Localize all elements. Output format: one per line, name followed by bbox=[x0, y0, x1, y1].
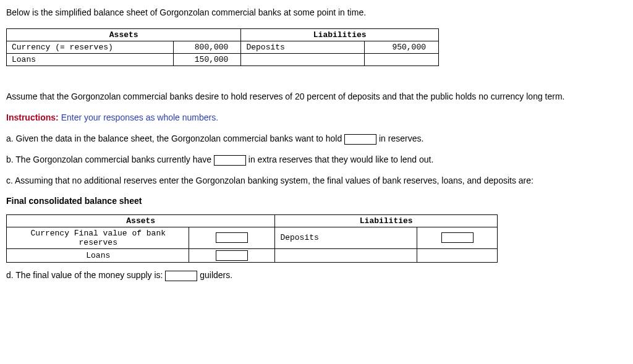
assumption-text: Assume that the Gorgonzolan commercial b… bbox=[6, 91, 627, 103]
balance-sheet-final: Assets Liabilities Currency Final value … bbox=[6, 214, 498, 263]
liability-label: Deposits bbox=[241, 41, 365, 54]
question-d-after: guilders. bbox=[197, 270, 232, 280]
intro-text: Below is the simplified balance sheet of… bbox=[6, 7, 627, 17]
final-reserves-input[interactable] bbox=[216, 232, 248, 243]
balance-sheet-initial: Assets Liabilities Currency (= reserves)… bbox=[6, 28, 439, 66]
asset-label: Currency Final value of bank reserves bbox=[7, 227, 189, 248]
liability-label-empty bbox=[275, 248, 417, 262]
question-b: b. The Gorgonzolan commercial banks curr… bbox=[6, 153, 627, 166]
question-d: d. The final value of the money supply i… bbox=[6, 269, 627, 281]
question-c: c. Assuming that no additional reserves … bbox=[6, 174, 627, 187]
liabilities-header: Liabilities bbox=[275, 214, 498, 227]
liability-value: 950,000 bbox=[365, 41, 439, 54]
asset-label: Currency (= reserves) bbox=[7, 41, 174, 54]
question-a-before: a. Given the data in the balance sheet, … bbox=[6, 133, 344, 143]
assets-header: Assets bbox=[7, 29, 241, 41]
table-row: Loans 150,000 bbox=[7, 54, 439, 66]
asset-input-cell bbox=[189, 227, 275, 248]
liability-input-cell bbox=[417, 227, 498, 248]
asset-value: 800,000 bbox=[173, 41, 241, 54]
liabilities-header: Liabilities bbox=[241, 29, 439, 41]
liability-label-empty bbox=[241, 54, 365, 66]
asset-input-cell bbox=[189, 248, 275, 262]
question-a: a. Given the data in the balance sheet, … bbox=[6, 132, 627, 145]
asset-value: 150,000 bbox=[173, 54, 241, 66]
money-supply-input[interactable] bbox=[165, 271, 197, 281]
asset-label: Loans bbox=[7, 248, 189, 262]
question-b-before: b. The Gorgonzolan commercial banks curr… bbox=[6, 154, 214, 164]
extra-reserves-input[interactable] bbox=[214, 155, 246, 166]
instructions-label: Instructions: bbox=[6, 112, 59, 122]
question-b-after: in extra reserves that they would like t… bbox=[246, 154, 434, 164]
question-d-before: d. The final value of the money supply i… bbox=[6, 270, 165, 280]
liability-input-empty bbox=[417, 248, 498, 262]
reserves-input[interactable] bbox=[344, 134, 376, 145]
question-a-after: in reserves. bbox=[376, 133, 423, 143]
assets-header: Assets bbox=[7, 214, 275, 227]
table-row: Currency Final value of bank reserves De… bbox=[7, 227, 498, 248]
instructions-text: Enter your responses as whole numbers. bbox=[59, 112, 218, 122]
instructions: Instructions: Enter your responses as wh… bbox=[6, 112, 627, 122]
table-row: Currency (= reserves) 800,000 Deposits 9… bbox=[7, 41, 439, 54]
liability-value-empty bbox=[365, 54, 439, 66]
liability-label: Deposits bbox=[275, 227, 417, 248]
asset-label: Loans bbox=[7, 54, 174, 66]
table-row: Loans bbox=[7, 248, 498, 262]
final-loans-input[interactable] bbox=[216, 250, 248, 261]
final-deposits-input[interactable] bbox=[441, 232, 474, 243]
final-balance-sheet-title: Final consolidated balance sheet bbox=[6, 196, 627, 206]
